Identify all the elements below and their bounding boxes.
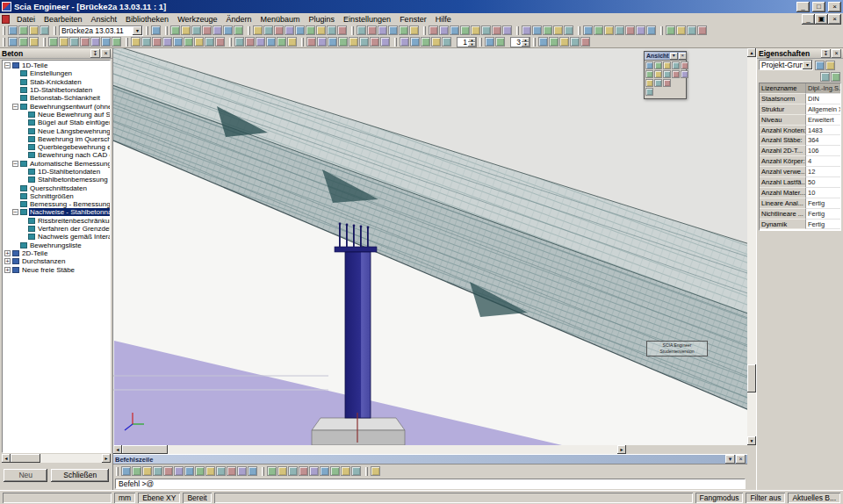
tree-item[interactable]: Nachweise - Stahlbetonnachweis	[3, 208, 110, 216]
new-button[interactable]: Neu	[4, 469, 47, 482]
toolbar-icon[interactable]	[349, 37, 358, 47]
tree-item[interactable]: Stab-Knickdaten	[3, 78, 110, 86]
property-category-combobox[interactable]: Projekt-Grundd... ▾	[759, 60, 813, 70]
tree-item[interactable]: Neue Bewehrung auf Stab	[3, 111, 110, 119]
toolbar-icon[interactable]	[672, 61, 680, 69]
tree-item[interactable]: 1D-Stahlbetondaten	[3, 86, 110, 94]
toolbar-icon[interactable]	[174, 466, 184, 476]
property-row[interactable]: Dynamik Fertig	[760, 220, 840, 230]
tree-item[interactable]: 2D-Teile	[3, 249, 110, 257]
tree-item[interactable]: Bewehrung nach CAD exportieren	[3, 151, 110, 159]
scrollbar-thumb[interactable]	[11, 454, 40, 463]
tree-expander-icon[interactable]	[12, 209, 18, 215]
tree-item[interactable]: Durchstanzen	[3, 257, 110, 265]
refresh-icon[interactable]	[831, 72, 840, 82]
property-value[interactable]: 4	[806, 156, 840, 167]
toolbar-icon[interactable]	[327, 25, 336, 35]
toolbar-icon[interactable]	[285, 25, 294, 35]
toolbar-icon[interactable]	[549, 37, 558, 47]
chevron-down-icon[interactable]: ▾	[670, 53, 678, 60]
toolbar-icon[interactable]	[687, 25, 696, 35]
help-icon[interactable]	[825, 61, 835, 70]
toolbar-icon[interactable]	[380, 37, 390, 47]
toolbar-icon[interactable]	[202, 25, 212, 35]
toolbar-icon[interactable]	[248, 466, 257, 476]
toolbar-icon[interactable]	[543, 25, 552, 35]
toolbar-icon[interactable]	[234, 25, 243, 35]
spin-down-icon[interactable]: ▼	[522, 42, 530, 47]
menu-item[interactable]: Ändern	[221, 14, 256, 25]
menu-item[interactable]: Ansicht	[87, 14, 122, 25]
toolbar-icon[interactable]	[388, 25, 398, 35]
filter-icon[interactable]	[815, 61, 825, 70]
toolbar-icon[interactable]	[267, 466, 277, 476]
pin-icon[interactable]: ↧	[821, 49, 831, 58]
toolbar-icon[interactable]	[234, 37, 244, 47]
toolbar-icon[interactable]	[163, 466, 173, 476]
tree-item[interactable]: Rissbreitenbeschränkung	[3, 217, 110, 225]
mdi-restore-button[interactable]: ▣	[815, 14, 828, 25]
mdi-close-button[interactable]: ×	[828, 14, 841, 25]
toolbar-icon[interactable]	[663, 61, 671, 69]
toolbar-icon[interactable]	[399, 25, 408, 35]
toolbar-icon[interactable]	[316, 25, 326, 35]
toolbar-icon[interactable]	[654, 70, 662, 78]
property-value[interactable]: 106	[806, 146, 840, 156]
toolbar-icon[interactable]	[266, 37, 276, 47]
toolbar-icon[interactable]	[59, 37, 68, 47]
toolbar-icon[interactable]	[205, 37, 214, 47]
toolbar-icon[interactable]	[367, 25, 377, 35]
property-row[interactable]: Lineare Anal... Fertig	[760, 198, 840, 209]
toolbar-icon[interactable]	[141, 37, 151, 47]
toolbar-icon[interactable]	[69, 37, 79, 47]
spin-down-icon[interactable]: ▼	[468, 42, 476, 47]
tree-item[interactable]: Querschnittsdaten	[3, 184, 110, 191]
command-panel-header[interactable]: Befehlszeile ▾ ×	[113, 455, 747, 464]
toolbar-icon[interactable]	[450, 25, 459, 35]
toolbar-icon[interactable]	[295, 25, 305, 35]
property-value[interactable]: Fertig	[806, 220, 840, 230]
toolbar-icon[interactable]	[263, 25, 273, 35]
toolbar-icon[interactable]	[309, 466, 319, 476]
toolbar-icon[interactable]	[48, 37, 58, 47]
property-row[interactable]: Anzahl Körper: 4	[760, 156, 840, 167]
toolbar-icon[interactable]	[522, 25, 531, 35]
tree-item[interactable]: Bügel auf Stab einfügen	[3, 119, 110, 126]
tree-expander-icon[interactable]	[12, 104, 18, 110]
toolbar-icon[interactable]	[245, 37, 255, 47]
command-input[interactable]: Befehl >@	[115, 479, 746, 489]
toolbar-icon[interactable]	[306, 25, 315, 35]
toolbar-icon[interactable]	[40, 25, 49, 35]
toolbar-icon[interactable]	[256, 37, 265, 47]
toolbar-icon[interactable]	[371, 466, 380, 476]
close-button[interactable]: ×	[828, 2, 841, 12]
toolbar-icon[interactable]	[492, 25, 501, 35]
toolbar-icon[interactable]	[237, 466, 247, 476]
property-value[interactable]: 364	[806, 135, 840, 146]
pin-icon[interactable]: ↧	[90, 49, 100, 58]
scroll-right-icon[interactable]: ►	[617, 445, 626, 454]
property-value[interactable]: 50	[806, 177, 840, 188]
scroll-right-icon[interactable]: ►	[102, 454, 111, 463]
toolbar-icon[interactable]	[580, 37, 590, 47]
tree-item[interactable]: Einstellungen	[3, 69, 110, 77]
toolbar-icon[interactable]	[162, 37, 172, 47]
maximize-button[interactable]: □	[812, 2, 825, 12]
toolbar-icon[interactable]	[205, 466, 215, 476]
toolbar-icon[interactable]	[337, 25, 347, 35]
toolbar-icon[interactable]	[570, 37, 580, 47]
tree-item[interactable]: Bewehrung im Querschnitt	[3, 135, 110, 143]
scroll-left-icon[interactable]: ◄	[113, 445, 122, 454]
toolbar-icon[interactable]	[112, 37, 121, 47]
close-icon[interactable]: ×	[832, 49, 841, 58]
property-row[interactable]: Anzahl 2D-T... 106	[760, 146, 840, 156]
project-combobox[interactable]: Brücke2a 13.03.11 ▾	[59, 25, 143, 36]
toolbar-icon[interactable]	[654, 61, 662, 69]
tree-item[interactable]: Bewehrungsentwurf (ohne Berechnung)	[3, 102, 110, 110]
ansicht-palette-header[interactable]: Ansicht ▾ ×	[645, 52, 686, 61]
property-value[interactable]: Fertig	[806, 198, 840, 209]
toolbar-icon[interactable]	[532, 25, 542, 35]
property-row[interactable]: Anzahl Knoten: 1483	[760, 126, 840, 136]
toolbar-icon[interactable]	[330, 466, 340, 476]
property-value[interactable]: 10	[806, 188, 840, 198]
